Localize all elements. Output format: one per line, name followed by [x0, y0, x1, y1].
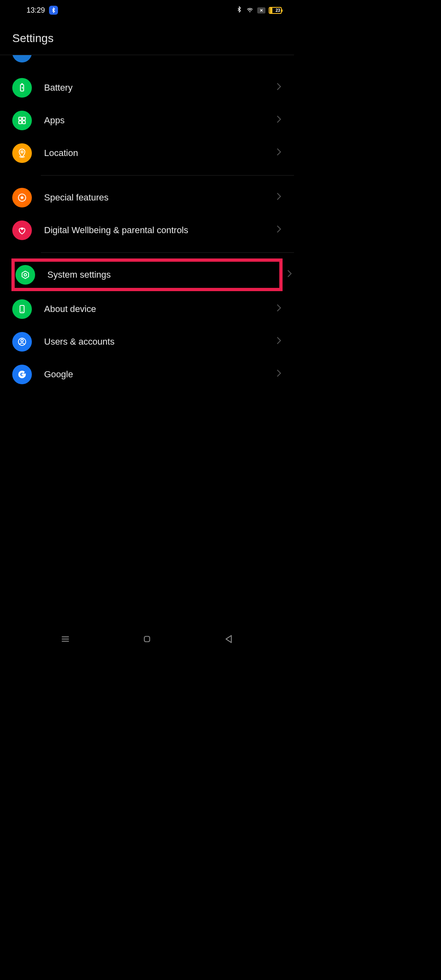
svg-point-12 — [21, 339, 23, 342]
google-circle-icon — [12, 365, 32, 384]
battery-circle-icon — [12, 78, 32, 98]
chevron-right-icon — [287, 269, 292, 281]
settings-item-google[interactable]: Google — [0, 358, 294, 391]
settings-item-location[interactable]: Location — [0, 137, 294, 169]
status-left: 13:29 — [27, 6, 58, 15]
bluetooth-icon — [236, 6, 243, 14]
svg-point-5 — [21, 151, 23, 153]
bluetooth-app-icon — [49, 6, 58, 15]
nav-recent-icon[interactable] — [60, 634, 71, 644]
divider — [41, 175, 294, 176]
star-circle-icon — [12, 188, 32, 207]
item-label: System settings — [47, 270, 279, 280]
item-label: Special features — [44, 192, 276, 203]
item-label: Digital Wellbeing & parental controls — [44, 225, 276, 236]
page-title: Settings — [12, 32, 282, 45]
svg-rect-2 — [22, 117, 25, 120]
svg-rect-16 — [145, 637, 150, 642]
chevron-right-icon — [276, 82, 282, 94]
chevron-right-icon — [276, 336, 282, 347]
item-label: Battery — [44, 82, 276, 93]
chevron-right-icon — [276, 115, 282, 126]
chevron-right-icon — [276, 303, 282, 315]
settings-item-battery[interactable]: Battery — [0, 71, 294, 104]
phone-circle-icon — [12, 299, 32, 319]
wifi-icon — [246, 5, 254, 16]
svg-rect-4 — [22, 121, 25, 124]
status-bar: 13:29 ✕ 23 — [0, 0, 294, 20]
chevron-right-icon — [276, 369, 282, 380]
nav-home-icon[interactable] — [142, 634, 152, 644]
settings-item-digital-wellbeing[interactable]: Digital Wellbeing & parental controls — [0, 214, 294, 247]
nav-back-icon[interactable] — [223, 634, 234, 644]
apps-circle-icon — [12, 111, 32, 130]
item-label: About device — [44, 304, 276, 314]
battery-percent: 23 — [276, 8, 280, 13]
header: Settings — [0, 20, 294, 55]
status-time: 13:29 — [27, 6, 45, 15]
settings-item-special-features[interactable]: Special features — [0, 181, 294, 214]
item-label: Google — [44, 369, 276, 380]
partial-previous-item[interactable] — [0, 55, 294, 67]
item-label: Location — [44, 148, 276, 158]
svg-rect-1 — [19, 117, 22, 120]
svg-rect-3 — [19, 121, 22, 124]
settings-list: Battery Apps Location Special features — [0, 67, 294, 391]
system-settings-circle-icon — [16, 265, 35, 285]
item-label: Apps — [44, 115, 276, 126]
user-circle-icon — [12, 332, 32, 352]
chevron-right-icon — [276, 147, 282, 159]
settings-item-system-settings-highlighted[interactable]: System settings — [11, 258, 283, 291]
wellbeing-circle-icon — [12, 220, 32, 240]
no-sim-icon: ✕ — [257, 7, 265, 13]
divider — [41, 252, 294, 253]
svg-point-8 — [24, 274, 27, 276]
settings-item-users-accounts[interactable]: Users & accounts — [0, 325, 294, 358]
navigation-bar — [0, 625, 294, 653]
battery-icon: 23 — [269, 7, 282, 14]
status-right: ✕ 23 — [236, 5, 282, 16]
settings-item-apps[interactable]: Apps — [0, 104, 294, 137]
chevron-right-icon — [276, 192, 282, 203]
item-label: Users & accounts — [44, 336, 276, 347]
settings-item-about-device[interactable]: About device — [0, 293, 294, 325]
chevron-right-icon — [276, 225, 282, 236]
location-circle-icon — [12, 143, 32, 163]
